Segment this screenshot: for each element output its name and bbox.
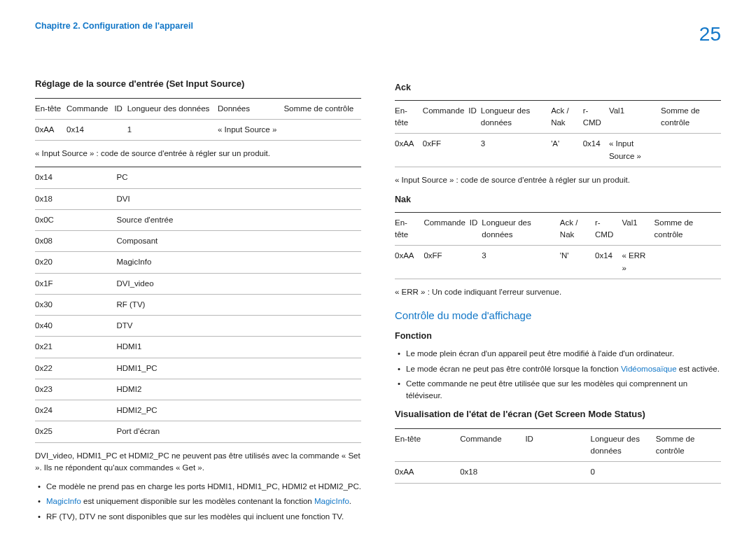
table-row: 0x25Port d'écran [35,421,361,442]
right-column: Ack En-tête Commande ID Longueur des don… [395,77,721,528]
function-heading: Fonction [395,330,721,343]
th: Commande [424,212,469,246]
th: Val1 [622,212,654,246]
td [661,134,721,167]
td: 0x21 [35,337,117,358]
magicinfo-link[interactable]: MagicInfo [314,497,349,505]
td [468,134,481,167]
td [470,246,482,279]
th: Somme de contrôle [284,98,361,119]
td: 0xFF [424,246,469,279]
td: 0x1F [35,273,117,294]
td [656,462,721,483]
text: est activée. [677,365,720,373]
page-number: 25 [699,20,721,49]
th: ID [114,98,127,119]
input-codes-table: 0x14PC0x18DVI0x0CSource d'entrée0x08Comp… [35,167,361,442]
td: 0x14 [66,119,114,140]
td: HDMI2_PC [117,400,362,421]
td: 0x14 [35,167,117,188]
ack-table: En-tête Commande ID Longueur des données… [395,100,721,167]
text: Le mode écran ne peut pas être contrôlé … [406,365,621,373]
td: MagicInfo [117,252,362,273]
table-row: 0xAA 0x14 1 « Input Source » [35,119,361,140]
left-column: Réglage de la source d'entrée (Set Input… [35,77,361,528]
th: Longueur des données [591,428,656,462]
ack-note: « Input Source » : code de source d'entr… [395,174,721,186]
nak-note: « ERR » : Un code indiquant l'erreur sur… [395,286,721,298]
th: Somme de contrôle [654,212,721,246]
td: Composant [117,231,362,252]
list-item: RF (TV), DTV ne sont disponibles que sur… [35,511,361,523]
th: Commande [423,100,468,134]
td: 0x20 [35,252,117,273]
td: 0x30 [35,294,117,315]
th: ID [468,100,481,134]
th: Val1 [609,100,661,134]
td [654,246,721,279]
td: 0xAA [395,134,423,167]
table-row: 0x22HDMI1_PC [35,358,361,379]
td: 0 [591,462,656,483]
display-mode-heading: Contrôle du mode d'affichage [395,308,721,324]
td: Port d'écran [117,421,362,442]
td: 0x08 [35,231,117,252]
td: DVI [117,188,362,209]
set-input-source-table: En-tête Commande ID Longueur des données… [35,98,361,141]
td: 0x22 [35,358,117,379]
th: ID [470,212,482,246]
table-row: 0xAA 0xFF 3 'A' 0x14 « Input Source » [395,134,721,167]
td: 0x25 [35,421,117,442]
th: Longueur des données [481,100,551,134]
td: « ERR » [622,246,654,279]
th: r-CMD [583,100,609,134]
td: Source d'entrée [117,209,362,230]
th: En-tête [395,212,424,246]
td: HDMI2 [117,379,362,400]
th: ID [525,428,590,462]
td: 0x40 [35,316,117,337]
list-item: Le mode plein écran d'un appareil peut ê… [395,348,721,360]
text: . [349,497,351,505]
th: Longueur des données [482,212,560,246]
nak-heading: Nak [395,193,721,206]
td: « Input Source » [218,119,284,140]
table-row: 0x08Composant [35,231,361,252]
th: Ack / Nak [551,100,583,134]
td: DVI_video [117,273,362,294]
td: 0x23 [35,379,117,400]
td: 3 [481,134,551,167]
td: HDMI1 [117,337,362,358]
chapter-label: Chapitre 2. Configuration de l'appareil [35,20,193,33]
td: 'N' [560,246,595,279]
td [114,119,127,140]
list-item: Ce modèle ne prend pas en charge les por… [35,481,361,493]
td: 0xAA [395,246,424,279]
th: Commande [66,98,114,119]
input-source-note: « Input Source » : code de source d'entr… [35,148,361,160]
table-row: 0x24HDMI2_PC [35,400,361,421]
td: 0x14 [583,134,609,167]
magicinfo-link[interactable]: MagicInfo [46,497,81,505]
table-row: 0x0CSource d'entrée [35,209,361,230]
ack-heading: Ack [395,81,721,94]
td: 1 [127,119,218,140]
table-row: 0xAA 0x18 0 [395,462,721,483]
list-item: Le mode écran ne peut pas être contrôlé … [395,363,721,375]
td: PC [117,167,362,188]
table-row: 0x1FDVI_video [35,273,361,294]
list-item: MagicInfo est uniquement disponible sur … [35,496,361,507]
td: 'A' [551,134,583,167]
th: Commande [460,428,525,462]
table-row: 0x23HDMI2 [35,379,361,400]
list-item: Cette commande ne peut être utilisée que… [395,378,721,402]
set-get-paragraph: DVI_video, HDMI1_PC et HDMI2_PC ne peuve… [35,450,361,475]
td: 0xAA [35,119,66,140]
td: « Input Source » [609,134,661,167]
nak-table: En-tête Commande ID Longueur des données… [395,212,721,279]
table-row: 0xAA 0xFF 3 'N' 0x14 « ERR » [395,246,721,279]
td: RF (TV) [117,294,362,315]
table-row: 0x30RF (TV) [35,294,361,315]
videomosaique-link[interactable]: Vidéomosaïque [621,365,677,373]
td: HDMI1_PC [117,358,362,379]
